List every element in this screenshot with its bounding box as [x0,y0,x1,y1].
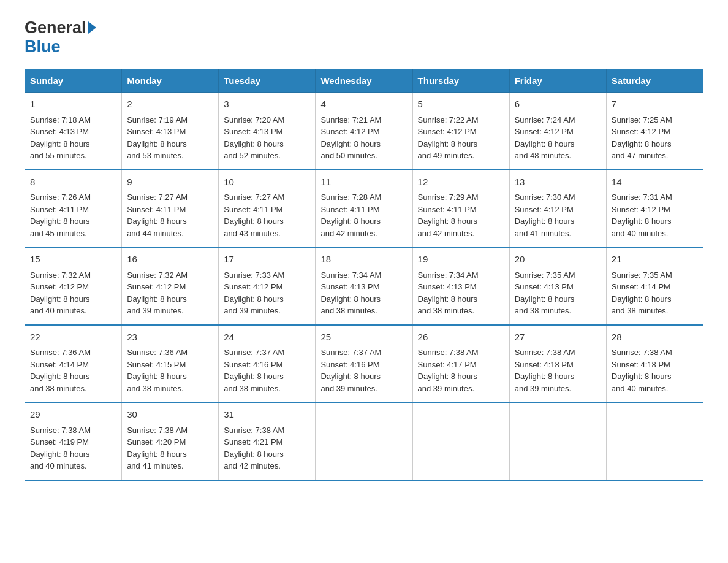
day-cell [412,402,509,480]
day-info: Sunrise: 7:28 AMSunset: 4:11 PMDaylight:… [320,193,381,238]
header-thursday: Thursday [412,69,509,93]
day-number: 5 [418,98,504,112]
day-cell: 25Sunrise: 7:37 AMSunset: 4:16 PMDayligh… [316,325,412,403]
day-cell [509,402,606,480]
day-cell: 14Sunrise: 7:31 AMSunset: 4:12 PMDayligh… [606,170,703,248]
header-sunday: Sunday [25,69,122,93]
calendar-header-row: SundayMondayTuesdayWednesdayThursdayFrid… [25,69,703,93]
day-number: 31 [224,408,310,422]
day-number: 21 [612,253,698,267]
day-info: Sunrise: 7:27 AMSunset: 4:11 PMDaylight:… [224,193,284,238]
day-number: 3 [224,98,310,112]
day-info: Sunrise: 7:35 AMSunset: 4:13 PMDaylight:… [515,270,575,316]
calendar-table: SundayMondayTuesdayWednesdayThursdayFrid… [25,69,703,481]
day-info: Sunrise: 7:19 AMSunset: 4:13 PMDaylight:… [127,115,188,161]
header-friday: Friday [509,69,606,93]
day-info: Sunrise: 7:34 AMSunset: 4:13 PMDaylight:… [320,270,381,316]
logo-general-text: General [25,18,86,37]
day-cell: 4Sunrise: 7:21 AMSunset: 4:12 PMDaylight… [316,93,412,170]
day-cell: 8Sunrise: 7:26 AMSunset: 4:11 PMDaylight… [25,170,122,248]
day-number: 8 [30,175,116,190]
logo-triangle-icon [88,21,96,34]
day-number: 6 [515,98,601,112]
day-number: 19 [418,253,504,267]
day-cell: 5Sunrise: 7:22 AMSunset: 4:12 PMDaylight… [412,93,509,170]
day-info: Sunrise: 7:36 AMSunset: 4:14 PMDaylight:… [30,348,91,393]
logo-blue-text: Blue [25,37,61,56]
day-cell: 26Sunrise: 7:38 AMSunset: 4:17 PMDayligh… [412,325,509,403]
day-number: 30 [127,408,213,422]
day-cell: 23Sunrise: 7:36 AMSunset: 4:15 PMDayligh… [122,325,219,403]
day-number: 28 [612,331,698,345]
day-number: 17 [224,253,310,267]
day-cell: 10Sunrise: 7:27 AMSunset: 4:11 PMDayligh… [219,170,316,248]
day-number: 18 [320,253,407,267]
day-number: 29 [30,408,116,422]
day-info: Sunrise: 7:38 AMSunset: 4:19 PMDaylight:… [30,426,91,471]
day-cell: 7Sunrise: 7:25 AMSunset: 4:12 PMDaylight… [606,93,703,170]
day-info: Sunrise: 7:20 AMSunset: 4:13 PMDaylight:… [224,115,284,161]
day-number: 7 [612,98,698,112]
day-info: Sunrise: 7:38 AMSunset: 4:20 PMDaylight:… [127,426,188,471]
logo: General Blue [25,18,96,56]
day-info: Sunrise: 7:34 AMSunset: 4:13 PMDaylight:… [418,270,479,316]
day-cell: 28Sunrise: 7:38 AMSunset: 4:18 PMDayligh… [606,325,703,403]
day-number: 10 [224,175,310,190]
day-info: Sunrise: 7:38 AMSunset: 4:18 PMDaylight:… [515,348,575,393]
day-number: 22 [30,331,116,345]
day-cell: 6Sunrise: 7:24 AMSunset: 4:12 PMDaylight… [509,93,606,170]
day-cell: 31Sunrise: 7:38 AMSunset: 4:21 PMDayligh… [219,402,316,480]
day-info: Sunrise: 7:26 AMSunset: 4:11 PMDaylight:… [30,193,91,238]
day-number: 25 [320,331,407,345]
day-number: 1 [30,98,116,112]
day-info: Sunrise: 7:24 AMSunset: 4:12 PMDaylight:… [515,115,575,161]
day-info: Sunrise: 7:30 AMSunset: 4:12 PMDaylight:… [515,193,575,238]
day-cell: 1Sunrise: 7:18 AMSunset: 4:13 PMDaylight… [25,93,122,170]
day-number: 2 [127,98,213,112]
day-number: 26 [418,331,504,345]
day-number: 9 [127,175,213,190]
day-number: 15 [30,253,116,267]
day-number: 27 [515,331,601,345]
day-number: 4 [320,98,407,112]
day-number: 23 [127,331,213,345]
week-row-3: 15Sunrise: 7:32 AMSunset: 4:12 PMDayligh… [25,247,703,325]
day-info: Sunrise: 7:35 AMSunset: 4:14 PMDaylight:… [612,270,672,316]
day-cell: 22Sunrise: 7:36 AMSunset: 4:14 PMDayligh… [25,325,122,403]
day-number: 13 [515,175,601,190]
header-wednesday: Wednesday [316,69,412,93]
day-info: Sunrise: 7:25 AMSunset: 4:12 PMDaylight:… [612,115,672,161]
day-info: Sunrise: 7:31 AMSunset: 4:12 PMDaylight:… [612,193,672,238]
header-tuesday: Tuesday [219,69,316,93]
week-row-4: 22Sunrise: 7:36 AMSunset: 4:14 PMDayligh… [25,325,703,403]
day-cell: 17Sunrise: 7:33 AMSunset: 4:12 PMDayligh… [219,247,316,325]
day-cell: 24Sunrise: 7:37 AMSunset: 4:16 PMDayligh… [219,325,316,403]
page-header: General Blue [25,18,703,56]
day-number: 16 [127,253,213,267]
day-info: Sunrise: 7:38 AMSunset: 4:18 PMDaylight:… [612,348,672,393]
day-cell: 18Sunrise: 7:34 AMSunset: 4:13 PMDayligh… [316,247,412,325]
day-info: Sunrise: 7:32 AMSunset: 4:12 PMDaylight:… [30,270,91,316]
day-cell: 2Sunrise: 7:19 AMSunset: 4:13 PMDaylight… [122,93,219,170]
day-cell: 30Sunrise: 7:38 AMSunset: 4:20 PMDayligh… [122,402,219,480]
day-cell: 27Sunrise: 7:38 AMSunset: 4:18 PMDayligh… [509,325,606,403]
day-cell: 3Sunrise: 7:20 AMSunset: 4:13 PMDaylight… [219,93,316,170]
day-cell: 20Sunrise: 7:35 AMSunset: 4:13 PMDayligh… [509,247,606,325]
day-info: Sunrise: 7:32 AMSunset: 4:12 PMDaylight:… [127,270,188,316]
day-cell: 29Sunrise: 7:38 AMSunset: 4:19 PMDayligh… [25,402,122,480]
day-number: 12 [418,175,504,190]
day-cell: 12Sunrise: 7:29 AMSunset: 4:11 PMDayligh… [412,170,509,248]
day-info: Sunrise: 7:21 AMSunset: 4:12 PMDaylight:… [320,115,381,161]
day-cell [316,402,412,480]
day-cell [606,402,703,480]
day-info: Sunrise: 7:27 AMSunset: 4:11 PMDaylight:… [127,193,188,238]
day-cell: 16Sunrise: 7:32 AMSunset: 4:12 PMDayligh… [122,247,219,325]
day-number: 20 [515,253,601,267]
day-cell: 11Sunrise: 7:28 AMSunset: 4:11 PMDayligh… [316,170,412,248]
week-row-5: 29Sunrise: 7:38 AMSunset: 4:19 PMDayligh… [25,402,703,480]
day-info: Sunrise: 7:18 AMSunset: 4:13 PMDaylight:… [30,115,91,161]
day-cell: 21Sunrise: 7:35 AMSunset: 4:14 PMDayligh… [606,247,703,325]
day-cell: 13Sunrise: 7:30 AMSunset: 4:12 PMDayligh… [509,170,606,248]
day-number: 14 [612,175,698,190]
day-number: 24 [224,331,310,345]
